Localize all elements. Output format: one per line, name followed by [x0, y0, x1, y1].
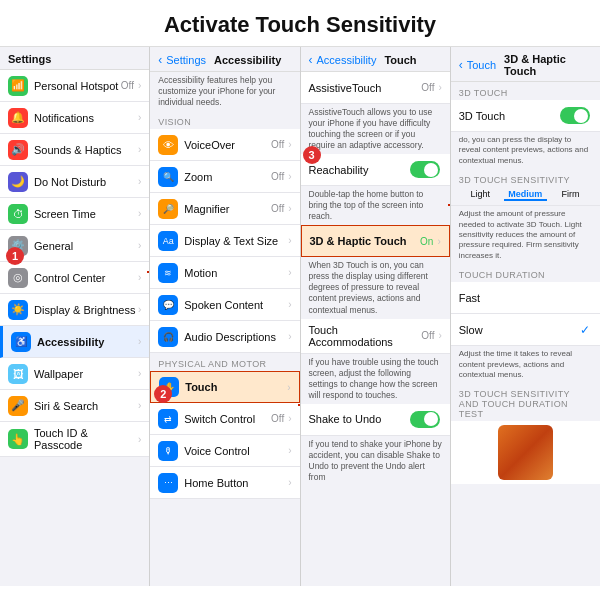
item-value: Off — [121, 80, 134, 91]
item-label: Display & Brightness — [34, 304, 138, 316]
reachability-desc: Double-tap the home button to bring the … — [301, 186, 450, 225]
list-item-3dhaptic[interactable]: 3D & Haptic Touch On › — [301, 225, 450, 257]
sensitivity-section-label: 3D TOUCH SENSITIVITY — [451, 169, 600, 187]
sensitivity-medium[interactable]: Medium — [504, 189, 547, 201]
header-back-label[interactable]: Settings — [166, 54, 206, 66]
wallpaper-icon: 🖼 — [8, 364, 28, 384]
touch-header: ‹ Accessibility Touch — [301, 47, 450, 72]
list-item-touchid[interactable]: 👆 Touch ID & Passcode › — [0, 422, 149, 457]
list-item-voiceover[interactable]: 👁 VoiceOver Off › — [150, 129, 299, 161]
list-item-dnd[interactable]: 🌙 Do Not Disturb › — [0, 166, 149, 198]
list-item-switchcontrol[interactable]: ⇄ Switch Control Off › — [150, 403, 299, 435]
list-item-screentime[interactable]: ⏱ Screen Time › — [0, 198, 149, 230]
more-icon: ⋯ — [158, 473, 178, 493]
sensitivity-firm[interactable]: Firm — [549, 189, 592, 201]
audiodesc-icon: 🎧 — [158, 327, 178, 347]
list-item-display[interactable]: ☀️ Display & Brightness › — [0, 294, 149, 326]
display-icon: ☀️ — [8, 300, 28, 320]
item-label: Touch ID & Passcode — [34, 427, 138, 451]
chevron-icon: › — [287, 382, 290, 393]
list-item-wallpaper[interactable]: 🖼 Wallpaper › — [0, 358, 149, 390]
back-arrow[interactable]: ‹ — [158, 53, 162, 67]
chevron-icon: › — [288, 299, 291, 310]
item-label: Wallpaper — [34, 368, 138, 380]
settings-header: Settings — [0, 47, 149, 70]
touchacc-desc: If you have trouble using the touch scre… — [301, 354, 450, 404]
chevron-icon: › — [438, 330, 441, 341]
item-label: Notifications — [34, 112, 138, 124]
shakeundo-toggle[interactable] — [410, 411, 440, 428]
header-back-label[interactable]: Accessibility — [317, 54, 377, 66]
item-value: Off — [271, 203, 284, 214]
list-item-voicecontrol[interactable]: 🎙 Voice Control › — [150, 435, 299, 467]
item-label: Magnifier — [184, 203, 271, 215]
duration-section-label: TOUCH DURATION — [451, 264, 600, 282]
touch-title: Touch — [384, 54, 416, 66]
sensitivity-bar: Light Medium Firm — [451, 187, 600, 205]
sensitivity-light[interactable]: Light — [459, 189, 502, 201]
list-item-zoom[interactable]: 🔍 Zoom Off › — [150, 161, 299, 193]
chevron-icon: › — [288, 235, 291, 246]
list-item-audiodesc[interactable]: 🎧 Audio Descriptions › — [150, 321, 299, 353]
motion-icon: ≋ — [158, 263, 178, 283]
item-value: Off — [271, 413, 284, 424]
item-label: VoiceOver — [184, 139, 271, 151]
list-item-notifications[interactable]: 🔔 Notifications › — [0, 102, 149, 134]
reachability-toggle[interactable] — [410, 161, 440, 178]
list-item-fast[interactable]: Fast — [451, 282, 600, 314]
back-arrow[interactable]: ‹ — [459, 58, 463, 72]
3dhaptic-panel: ‹ Touch 3D & Haptic Touch 3D TOUCH 3D To… — [451, 47, 600, 586]
shakeundo-desc: If you tend to shake your iPhone by acci… — [301, 436, 450, 486]
item-label: Touch — [185, 381, 287, 393]
settings-list: 📶 Personal Hotspot Off › 🔔 Notifications… — [0, 70, 149, 457]
chevron-icon: › — [288, 477, 291, 488]
list-item-sounds[interactable]: 🔊 Sounds & Haptics › — [0, 134, 149, 166]
item-label: Zoom — [184, 171, 271, 183]
sounds-icon: 🔊 — [8, 140, 28, 160]
list-item-motion[interactable]: ≋ Motion › — [150, 257, 299, 289]
3dtouch-section-label: 3D TOUCH — [451, 82, 600, 100]
sensitivity-desc: Adjust the amount of pressure needed to … — [451, 206, 600, 264]
list-item-controlcenter[interactable]: ◎ Control Center › — [0, 262, 149, 294]
list-item-magnifier[interactable]: 🔎 Magnifier Off › — [150, 193, 299, 225]
chevron-icon: › — [288, 267, 291, 278]
accessibility-title: Accessibility — [214, 54, 281, 66]
header-back-label[interactable]: Touch — [467, 59, 496, 71]
list-item-spokencontent[interactable]: 💬 Spoken Content › — [150, 289, 299, 321]
list-item-displaytext[interactable]: Aa Display & Text Size › — [150, 225, 299, 257]
chevron-icon: › — [438, 82, 441, 93]
chevron-icon: › — [138, 434, 141, 445]
item-value: Off — [271, 171, 284, 182]
list-item-assistivetouch[interactable]: AssistiveTouch Off › — [301, 72, 450, 104]
item-value: Off — [421, 330, 434, 341]
motor-section-label: PHYSICAL AND MOTOR — [150, 353, 299, 371]
item-label: Slow — [459, 324, 580, 336]
chevron-icon: › — [288, 171, 291, 182]
item-label: Home Button — [184, 477, 288, 489]
item-label: Spoken Content — [184, 299, 288, 311]
chevron-icon: › — [288, 445, 291, 456]
item-value: Off — [421, 82, 434, 93]
item-label: Control Center — [34, 272, 138, 284]
3dtouch-toggle[interactable] — [560, 107, 590, 124]
list-item-more[interactable]: ⋯ Home Button › — [150, 467, 299, 499]
item-label: Personal Hotspot — [34, 80, 121, 92]
chevron-icon: › — [138, 336, 141, 347]
list-item-touchaccommodations[interactable]: Touch Accommodations Off › — [301, 319, 450, 354]
displaytext-icon: Aa — [158, 231, 178, 251]
chevron-icon: › — [437, 236, 440, 247]
chevron-icon: › — [138, 272, 141, 283]
list-item-slow[interactable]: Slow ✓ — [451, 314, 600, 346]
list-item-reachability[interactable]: Reachability 3 — [301, 154, 450, 186]
list-item-accessibility[interactable]: ♿ Accessibility › — [0, 326, 149, 358]
list-item-3dtouch[interactable]: 3D Touch — [451, 100, 600, 132]
back-arrow[interactable]: ‹ — [309, 53, 313, 67]
list-item-touch[interactable]: ✋ Touch › — [150, 371, 299, 403]
item-label: 3D & Haptic Touch — [310, 235, 421, 247]
list-item-siri[interactable]: 🎤 Siri & Search › — [0, 390, 149, 422]
settings-title: Settings — [8, 53, 51, 65]
accessibility-panel: ‹ Settings Accessibility Accessibility f… — [150, 47, 300, 586]
list-item-personal-hotspot[interactable]: 📶 Personal Hotspot Off › — [0, 70, 149, 102]
badge-1: 1 — [6, 247, 24, 265]
list-item-shakeundo[interactable]: Shake to Undo — [301, 404, 450, 436]
